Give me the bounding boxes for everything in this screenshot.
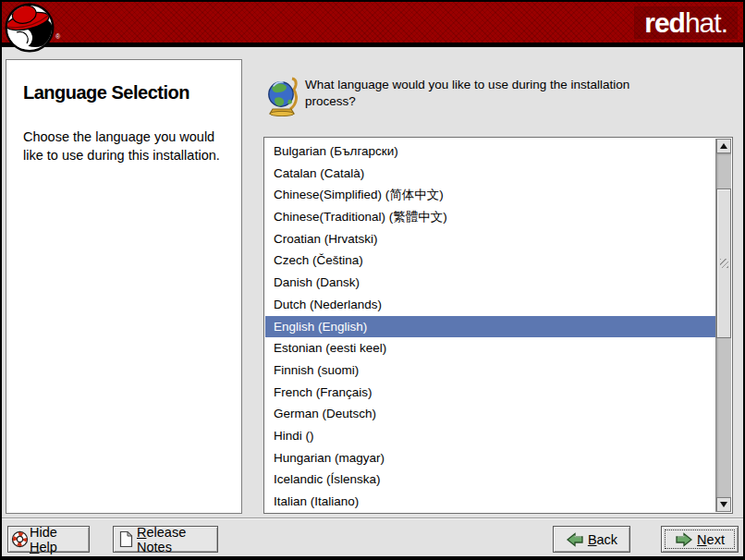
scrollbar-grip: [720, 259, 728, 268]
language-list-item[interactable]: Hindi (): [265, 425, 715, 447]
language-list-item[interactable]: Catalan (Català): [265, 163, 715, 185]
button-label: Back: [588, 532, 617, 547]
language-list-item[interactable]: Chinese(Simplified) (简体中文): [265, 184, 715, 206]
redhat-shadowman-logo-icon: [4, 2, 55, 54]
button-label: Hide Help: [30, 525, 86, 554]
life-preserver-icon: [11, 530, 29, 548]
language-list-item[interactable]: French (Français): [265, 382, 715, 404]
registered-trademark: ®: [55, 33, 60, 40]
arrow-right-icon: [675, 532, 693, 547]
language-list-item[interactable]: Estonian (eesti keel): [265, 337, 715, 359]
triangle-down-icon: [720, 502, 727, 507]
wordmark-dot: .: [721, 7, 727, 38]
language-list-item[interactable]: Hungarian (magyar): [265, 447, 715, 469]
installer-content: ® redhat. Language Selection Choose the …: [2, 2, 743, 556]
scroll-down-button[interactable]: [716, 497, 731, 512]
top-banner: [2, 2, 743, 43]
scrollbar-trough[interactable]: [716, 153, 731, 497]
globe-icon: [266, 76, 298, 116]
language-list-frame: Bulgarian (Български)Catalan (Català)Chi…: [263, 137, 733, 514]
wordmark-hat: hat: [685, 7, 721, 38]
language-list-item[interactable]: English (English): [265, 316, 715, 338]
redhat-wordmark: redhat.: [634, 6, 738, 39]
release-notes-button[interactable]: Release Notes: [113, 526, 218, 553]
language-list-item[interactable]: Chinese(Traditional) (繁體中文): [265, 206, 715, 228]
language-list-item[interactable]: German (Deutsch): [265, 403, 715, 425]
language-list-item[interactable]: Dutch (Nederlands): [265, 294, 715, 316]
help-panel-text: Choose the language you would like to us…: [23, 128, 222, 164]
installer-window: ® redhat. Language Selection Choose the …: [0, 0, 745, 560]
button-label: Release Notes: [137, 525, 212, 554]
question-text: What language would you like to use duri…: [305, 77, 649, 110]
button-label: Next: [697, 532, 725, 547]
language-list-item[interactable]: Bulgarian (Български): [265, 140, 715, 163]
triangle-up-icon: [720, 143, 727, 149]
scroll-up-button[interactable]: [716, 139, 731, 153]
language-list-item[interactable]: Icelandic (Íslenska): [265, 469, 715, 491]
hide-help-button[interactable]: Hide Help: [7, 526, 90, 553]
back-button[interactable]: Back: [553, 526, 630, 553]
language-list[interactable]: Bulgarian (Български)Catalan (Català)Chi…: [265, 139, 715, 512]
scrollbar-thumb[interactable]: [716, 189, 731, 338]
language-list-scrollbar[interactable]: [715, 139, 731, 512]
language-list-item[interactable]: Finnish (suomi): [265, 359, 715, 382]
document-icon: [119, 530, 133, 548]
wordmark-red: red: [644, 7, 685, 38]
language-list-item[interactable]: Italian (Italiano): [265, 491, 715, 512]
language-list-item[interactable]: Danish (Dansk): [265, 272, 715, 294]
next-button[interactable]: Next: [661, 526, 739, 553]
language-list-item[interactable]: Czech (Čeština): [265, 250, 715, 272]
help-panel: Language Selection Choose the language y…: [6, 59, 242, 514]
footer-separator: [2, 517, 743, 519]
arrow-left-icon: [566, 532, 584, 547]
language-list-item[interactable]: Croatian (Hrvatski): [265, 228, 715, 250]
banner-divider: [2, 43, 743, 47]
help-panel-title: Language Selection: [23, 82, 225, 103]
